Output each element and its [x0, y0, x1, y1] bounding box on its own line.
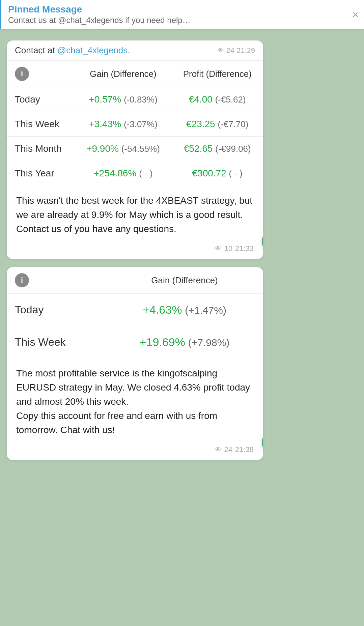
- timestamp-3: 21:38: [235, 445, 254, 454]
- message-meta: 24 21:29: [217, 46, 255, 55]
- row-profit: €4.00 (-€5.62): [172, 87, 263, 112]
- table-row: This Month +9.90% (-54.55%) €52.65 (-€99…: [7, 137, 263, 161]
- row-gain: +0.57% (-0.83%): [75, 87, 171, 112]
- row-label: This Week: [7, 112, 75, 137]
- message-body-1: This wasn't the best week for the 4XBEAS…: [7, 186, 263, 244]
- message-footer-2: 24 21:38: [7, 445, 263, 460]
- message-footer-1: 10 21:33: [7, 244, 263, 259]
- eye-icon: [217, 46, 224, 55]
- contact-line: Contact at @chat_4xlegends. 24 21:29: [7, 40, 263, 61]
- main-content: Contact at @chat_4xlegends. 24 21:29 i G…: [0, 0, 364, 482]
- col2-header-gain: Gain (Difference): [106, 267, 263, 294]
- contact-handle[interactable]: @chat_4xlegends.: [57, 45, 130, 55]
- pinned-close-button[interactable]: ×: [352, 9, 359, 20]
- row-label: This Month: [7, 137, 75, 161]
- stats-table-1: i Gain (Difference) Profit (Difference) …: [7, 61, 263, 186]
- info-icon: i: [15, 67, 29, 81]
- pinned-subtitle: Contact us at @chat_4xlegends if you nee…: [8, 16, 347, 25]
- row-label: Today: [7, 294, 106, 326]
- row-label: This Week: [7, 326, 106, 359]
- message-bubble-2: i Gain (Difference) Today +4.63% (+1.47%…: [7, 267, 263, 460]
- stats-table-2: i Gain (Difference) Today +4.63% (+1.47%…: [7, 267, 263, 358]
- row-label: This Year: [7, 161, 75, 186]
- contact-text: Contact at @chat_4xlegends.: [15, 45, 130, 56]
- pinned-title: Pinned Message: [8, 4, 347, 15]
- col-header-info: i: [7, 61, 75, 87]
- view-count: 24: [226, 46, 234, 55]
- eye-icon-2: [215, 244, 221, 253]
- row-gain: +19.69% (+7.98%): [106, 326, 263, 359]
- col2-header-info: i: [7, 267, 106, 294]
- message-bubble-1: Contact at @chat_4xlegends. 24 21:29 i G…: [7, 40, 263, 259]
- table-row: Today +4.63% (+1.47%): [7, 294, 263, 326]
- timestamp-2: 21:33: [235, 244, 254, 253]
- col-header-gain: Gain (Difference): [75, 61, 171, 87]
- row-gain: +9.90% (-54.55%): [75, 137, 171, 161]
- table-row: This Week +19.69% (+7.98%): [7, 326, 263, 359]
- table-row: This Year +254.86% ( - ) €300.72 ( - ): [7, 161, 263, 186]
- row-gain: +254.86% ( - ): [75, 161, 171, 186]
- view-count-2: 10: [224, 244, 232, 253]
- row-profit: €52.65 (-€99.06): [172, 137, 263, 161]
- row-label: Today: [7, 87, 75, 112]
- eye-icon-3: [215, 445, 221, 454]
- pinned-message-bar: Pinned Message Contact us at @chat_4xleg…: [0, 0, 364, 29]
- col-header-profit: Profit (Difference): [172, 61, 263, 87]
- view-count-3: 24: [224, 445, 232, 454]
- info-icon-2: i: [15, 273, 29, 287]
- message-body-2: The most profitable service is the kingo…: [7, 358, 263, 445]
- row-gain: +4.63% (+1.47%): [106, 294, 263, 326]
- row-profit: €23.25 (-€7.70): [172, 112, 263, 137]
- table-row: Today +0.57% (-0.83%) €4.00 (-€5.62): [7, 87, 263, 112]
- row-profit: €300.72 ( - ): [172, 161, 263, 186]
- table-row: This Week +3.43% (-3.07%) €23.25 (-€7.70…: [7, 112, 263, 137]
- timestamp: 21:29: [236, 46, 255, 55]
- row-gain: +3.43% (-3.07%): [75, 112, 171, 137]
